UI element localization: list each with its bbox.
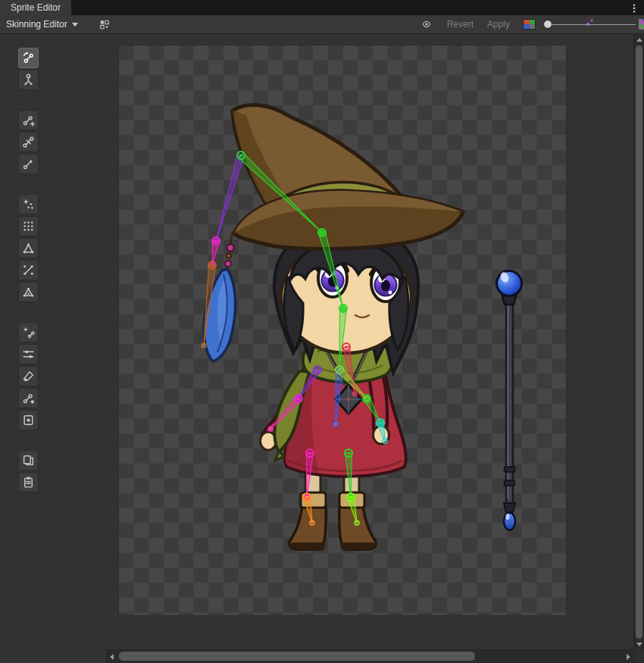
character-sprite[interactable]	[204, 105, 463, 549]
tool-split-bone[interactable]	[18, 132, 39, 152]
create-edge-icon	[22, 242, 35, 255]
tool-copy[interactable]	[18, 450, 39, 471]
visibility-button[interactable]	[417, 17, 436, 32]
staff-sprite[interactable]	[497, 271, 522, 530]
tab-bar: Sprite Editor ⋮	[0, 0, 644, 15]
tool-sprite-influence[interactable]	[18, 410, 39, 430]
vertical-scrollbar[interactable]	[633, 34, 644, 650]
tool-edit-geometry[interactable]	[18, 282, 39, 302]
color-channels-icon[interactable]	[523, 19, 536, 30]
scroll-down-arrow[interactable]	[634, 640, 644, 649]
revert-button[interactable]: Revert	[440, 15, 480, 33]
editor-mode-dropdown[interactable]: Skinning Editor	[0, 15, 84, 33]
zoom-slider-marker-2	[590, 19, 593, 22]
staff-band	[505, 467, 515, 472]
tool-split-edge[interactable]	[18, 260, 39, 280]
window-menu-icon[interactable]: ⋮	[627, 0, 641, 15]
tab-sprite-editor[interactable]: Sprite Editor	[0, 0, 71, 15]
toolbar: Skinning Editor Revert Apply	[0, 15, 644, 34]
scene-svg	[119, 45, 566, 615]
scroll-up-arrow[interactable]	[634, 35, 644, 45]
copy-icon	[22, 454, 35, 467]
tool-bone-influence[interactable]	[18, 388, 39, 408]
create-vertex-icon	[22, 220, 35, 233]
zoom-slider-marker	[586, 23, 589, 26]
tool-create-edge[interactable]	[18, 238, 39, 258]
triangle-left-icon	[110, 654, 114, 660]
tool-edit-joints[interactable]	[18, 70, 39, 90]
eye-icon	[422, 18, 431, 30]
weight-slider-icon	[22, 348, 35, 361]
sprite-canvas[interactable]	[119, 45, 566, 615]
auto-weights-icon	[22, 326, 35, 339]
scrollbar-corner	[634, 650, 644, 663]
swatch-alpha	[530, 24, 536, 29]
paste-icon	[22, 476, 35, 489]
reparent-bone-icon	[22, 158, 35, 170]
horizontal-scrollbar-thumb[interactable]	[119, 652, 475, 661]
vertical-scrollbar-thumb[interactable]	[636, 45, 642, 639]
create-bone-icon	[22, 114, 35, 127]
tab-title: Sprite Editor	[11, 2, 61, 13]
zoom-slider-knob[interactable]	[544, 20, 552, 28]
staff-band-2	[505, 480, 515, 486]
auto-geometry-icon	[22, 198, 35, 211]
staff-rod	[506, 297, 513, 505]
apply-button[interactable]: Apply	[480, 15, 517, 33]
texture-preview-icon	[639, 19, 644, 30]
swatch-blue	[524, 24, 530, 29]
tool-sidebar	[18, 48, 39, 493]
tool-preview-pose[interactable]	[18, 48, 39, 68]
chevron-down-icon	[72, 23, 78, 27]
staff-orb	[497, 271, 522, 296]
tool-weight-slider[interactable]	[18, 344, 39, 364]
tool-reparent-bone[interactable]	[18, 154, 39, 174]
tool-create-vertex[interactable]	[18, 216, 39, 236]
sprite-frames-button[interactable]	[95, 17, 114, 32]
tool-create-bone[interactable]	[18, 110, 39, 130]
tool-auto-geometry[interactable]	[18, 194, 39, 214]
tool-paste[interactable]	[18, 472, 39, 493]
edit-joints-icon	[22, 73, 35, 86]
split-bone-icon	[22, 136, 35, 149]
staff-gem	[504, 513, 515, 530]
tool-weight-brush[interactable]	[18, 366, 39, 386]
preview-pose-icon	[22, 52, 35, 64]
sprite-influence-icon	[22, 414, 35, 427]
scroll-left-arrow[interactable]	[107, 652, 117, 661]
scroll-right-arrow[interactable]	[624, 652, 633, 661]
editor-mode-label: Skinning Editor	[6, 19, 67, 30]
triangle-up-icon	[636, 38, 642, 42]
triangle-right-icon	[627, 654, 630, 660]
weight-brush-icon	[22, 370, 35, 383]
staff-pommel	[504, 503, 515, 512]
bone-influence-icon	[22, 392, 35, 405]
tool-auto-weights[interactable]	[18, 322, 39, 342]
gem-highlight	[506, 514, 510, 520]
edit-geometry-icon	[22, 286, 35, 299]
split-edge-icon	[22, 264, 35, 277]
grid-badge-icon	[99, 18, 110, 31]
triangle-down-icon	[636, 643, 642, 646]
horizontal-scrollbar[interactable]	[106, 649, 634, 663]
zoom-slider[interactable]	[543, 17, 636, 32]
